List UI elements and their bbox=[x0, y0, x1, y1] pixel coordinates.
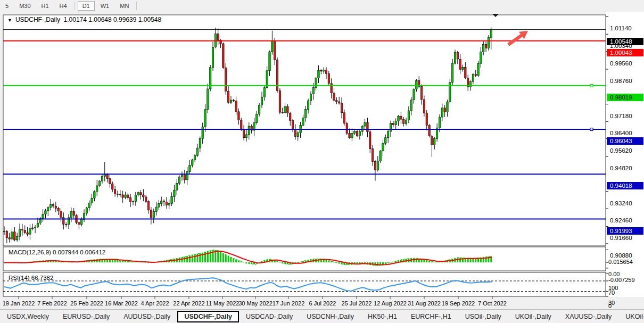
rsi-axis-label: 0 bbox=[608, 303, 612, 309]
candle-body bbox=[122, 195, 123, 197]
ohlc-high: 1.00648 bbox=[88, 16, 111, 23]
candle-body bbox=[65, 224, 67, 225]
candle-body bbox=[420, 86, 422, 100]
price-badge: 0.94018 bbox=[607, 182, 643, 189]
candle-body bbox=[217, 34, 219, 40]
candle-body bbox=[323, 70, 324, 71]
timeframe-button-h1[interactable]: H1 bbox=[37, 1, 54, 11]
candle-body bbox=[143, 195, 144, 197]
candle-body bbox=[351, 133, 353, 138]
candle-body bbox=[181, 175, 183, 177]
date-label: 4 Apr 2022 bbox=[141, 300, 169, 307]
candle-body bbox=[161, 201, 162, 203]
candle-body bbox=[328, 73, 329, 83]
symbol-tab-audusd[interactable]: AUDUSD-,Daily bbox=[117, 311, 177, 322]
timeframe-button-h4[interactable]: H4 bbox=[55, 1, 72, 11]
symbol-tab-eurusd[interactable]: EURUSD-,Daily bbox=[56, 311, 117, 322]
candle-body bbox=[282, 112, 283, 113]
candle-body bbox=[168, 203, 170, 205]
symbol-tabs: USDX,WeeklyEURUSD-,DailyAUDUSD-,DailyUSD… bbox=[0, 309, 644, 323]
candle-body bbox=[96, 186, 98, 192]
candle-body bbox=[140, 193, 142, 195]
candle-body bbox=[155, 207, 157, 211]
candle-body bbox=[225, 68, 227, 91]
date-label: 22 Apr 2022 bbox=[173, 300, 204, 307]
symbol-tab-hk50[interactable]: HK50-,H1 bbox=[361, 311, 404, 322]
ohlc-open: 1.00174 bbox=[64, 16, 87, 23]
candle-body bbox=[477, 63, 479, 76]
chart-region: ▼USDCHF-,Daily 1.00174 1.00648 0.99639 1… bbox=[0, 12, 644, 309]
timeframe-button-mn[interactable]: MN bbox=[115, 1, 134, 11]
candle-body bbox=[3, 231, 5, 232]
candle-body bbox=[336, 101, 337, 102]
candle-body bbox=[395, 121, 397, 125]
candle-body bbox=[45, 211, 46, 214]
candle-body bbox=[98, 181, 100, 186]
candle-body bbox=[302, 118, 304, 126]
candle-body bbox=[485, 44, 486, 48]
date-label: 16 Mar 2022 bbox=[105, 300, 138, 307]
candle-body bbox=[42, 214, 44, 218]
timeframe-button-w1[interactable]: W1 bbox=[96, 1, 114, 11]
candle-body bbox=[163, 201, 164, 202]
symbol-tab-ukoil[interactable]: UKOil-,Da bbox=[618, 311, 644, 322]
price-axis-label: 0.92460 bbox=[610, 217, 632, 223]
candle-body bbox=[359, 131, 360, 136]
candle-body bbox=[70, 211, 72, 218]
candle-body bbox=[49, 204, 51, 208]
candle-body bbox=[19, 229, 20, 236]
candle-body bbox=[29, 229, 31, 234]
chart-symbol: USDCHF-,Daily bbox=[15, 16, 60, 23]
candle-body bbox=[109, 179, 111, 184]
symbol-tab-ukoil[interactable]: UKOil-,Daily bbox=[508, 311, 558, 322]
candle-body bbox=[338, 102, 340, 103]
candle-body bbox=[354, 131, 356, 133]
candle-body bbox=[318, 70, 319, 78]
chart-canvas[interactable] bbox=[0, 12, 644, 309]
symbol-tab-usdcad[interactable]: USDCAD-,Daily bbox=[239, 311, 300, 322]
candle-body bbox=[235, 101, 237, 112]
candle-body bbox=[186, 171, 188, 180]
candle-body bbox=[274, 40, 276, 60]
candle-body bbox=[94, 192, 95, 198]
candle-body bbox=[21, 229, 23, 230]
line-handle[interactable] bbox=[590, 128, 593, 131]
candle-body bbox=[184, 175, 185, 180]
candle-body bbox=[176, 184, 178, 191]
symbol-tab-usoil[interactable]: USOil-,Daily bbox=[458, 311, 508, 322]
candle-body bbox=[241, 120, 242, 130]
price-badge: 0.91993 bbox=[607, 227, 643, 235]
timeframe-button-d1[interactable]: D1 bbox=[78, 1, 95, 11]
macd-axis-label: -0.007259 bbox=[608, 277, 635, 283]
date-label: 30 May 2022 bbox=[238, 300, 273, 307]
candle-body bbox=[263, 88, 265, 97]
date-label: 7 Feb 2022 bbox=[37, 300, 67, 307]
timeframe-button-5[interactable]: 5 bbox=[1, 1, 13, 11]
candle-body bbox=[398, 116, 399, 121]
candle-body bbox=[284, 106, 286, 112]
line-handle[interactable] bbox=[590, 84, 593, 87]
macd-axis-label: 0.015654 bbox=[608, 259, 633, 265]
candle-body bbox=[196, 148, 198, 155]
price-axis-label: 0.98760 bbox=[610, 78, 632, 84]
macd-panel-label: MACD(12,26,9) 0.007944 0.006412 bbox=[9, 249, 105, 255]
main-panel[interactable] bbox=[3, 15, 606, 246]
price-axis-label: 0.93240 bbox=[610, 200, 632, 206]
toolbar-separator bbox=[136, 2, 137, 10]
candle-body bbox=[55, 206, 56, 208]
ohlc-low: 0.99639 bbox=[113, 16, 136, 23]
timeframe-button-m30[interactable]: M30 bbox=[14, 1, 35, 11]
candle-body bbox=[374, 162, 376, 170]
symbol-tab-usdx[interactable]: USDX,Weekly bbox=[0, 311, 56, 322]
symbol-tab-xauusd[interactable]: XAUUSD-,Daily bbox=[558, 311, 619, 322]
chevron-down-icon[interactable]: ▼ bbox=[7, 18, 12, 23]
candle-body bbox=[457, 52, 458, 59]
candle-body bbox=[60, 211, 62, 217]
candle-body bbox=[312, 88, 314, 94]
symbol-tab-eurchf[interactable]: EURCHF-,H1 bbox=[404, 311, 458, 322]
symbol-tab-usdchf[interactable]: USDCHF-,Daily bbox=[177, 311, 239, 322]
price-axis-label: 0.95620 bbox=[610, 147, 632, 154]
rsi-axis-label: 70 bbox=[608, 289, 615, 296]
symbol-tab-usdcnh[interactable]: USDCNH-,Daily bbox=[300, 311, 361, 322]
toolbar-separator bbox=[75, 2, 75, 10]
